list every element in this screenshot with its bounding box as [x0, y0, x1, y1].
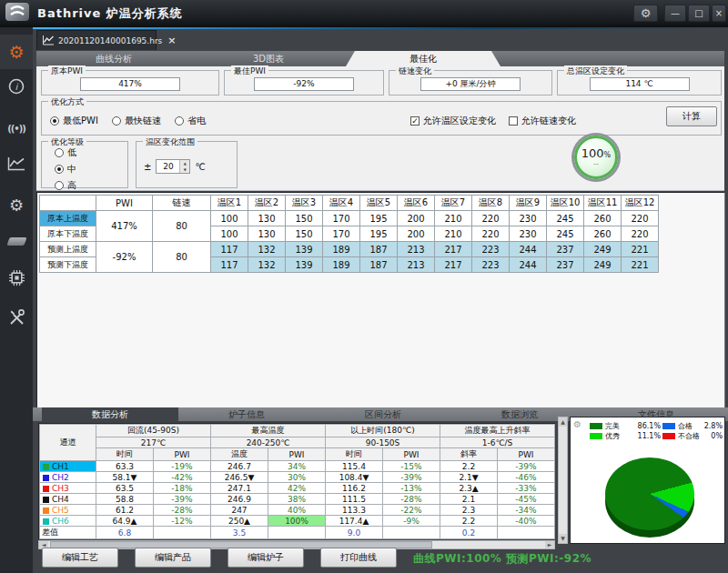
analysis-cell: 250▲ — [211, 516, 268, 527]
zone-column-header: 温区3 — [286, 196, 323, 211]
zone-column-header: 温区12 — [622, 196, 659, 211]
document-close-icon[interactable]: × — [166, 35, 177, 46]
svg-text:i: i — [15, 82, 19, 92]
zone-temp-cell: 195 — [360, 211, 398, 226]
spinner-down-icon[interactable]: ▼ — [180, 166, 189, 173]
channel-cell-ch5[interactable]: CH5 — [40, 505, 96, 516]
title-bar: Bathrive 炉温分析系统 ⚙ — □ × — [0, 0, 728, 27]
level-radio-0[interactable]: 低 — [55, 146, 76, 159]
zone-setting-change-value[interactable]: 114 ℃ — [590, 77, 690, 91]
original-pwi-value[interactable]: 417% — [80, 77, 180, 91]
app-logo-icon — [5, 3, 29, 25]
channel-row: CH561.2-28%24740%113.3-22%2.3-34% — [40, 505, 555, 516]
chip-icon — [8, 269, 25, 290]
mode-radio-2[interactable]: 省电 — [175, 115, 206, 127]
analysis-cell: -12% — [154, 516, 211, 527]
sidebar-item-gear[interactable]: ⚙ — [0, 187, 33, 222]
zone-column-header: 温区11 — [584, 196, 622, 211]
mode-radio-1[interactable]: 最快链速 — [112, 115, 161, 127]
level-radio-label: 高 — [67, 179, 76, 192]
zone-temp-cell: 132 — [248, 257, 286, 273]
spinner-up-icon[interactable]: ▲ — [180, 160, 189, 166]
radio-icon — [55, 148, 64, 157]
legend-label: 优秀 — [605, 431, 620, 441]
titlebar-settings-icon[interactable]: ⚙ — [633, 5, 658, 22]
analysis-subcolumn-header: 时间 — [326, 448, 383, 461]
channel-cell-ch2[interactable]: CH2 — [40, 472, 96, 483]
radio-icon — [175, 116, 184, 126]
scroll-down-icon[interactable]: ▼ — [559, 534, 567, 543]
zone-row-label[interactable]: 预测上温度 — [40, 242, 96, 257]
main-area: 20201120140001695.hrs × 曲线分析3D图表最佳化 总温区设… — [33, 27, 728, 573]
speed-change-value[interactable]: +0 厘米/分钟 — [420, 77, 521, 91]
vertical-scrollbar[interactable]: ▲ ▼ — [558, 417, 568, 544]
sidebar-item-datalogger[interactable] — [0, 223, 33, 257]
zone-temp-cell: 249 — [584, 257, 622, 273]
range-spinner[interactable]: 20 ▲ ▼ — [156, 159, 190, 174]
edit-process-button[interactable]: 编辑工艺 — [42, 548, 118, 568]
edit-product-button[interactable]: 编辑产品 — [135, 548, 211, 568]
main-tab-2[interactable]: 最佳化 — [346, 51, 500, 66]
best-pwi-value[interactable]: -92% — [254, 77, 354, 91]
main-tab-0[interactable]: 曲线分析 — [36, 51, 191, 66]
analysis-group-title: 温度最高上升斜率 — [440, 425, 555, 437]
zone-temp-cell: 200 — [398, 226, 435, 242]
sidebar-item-tools[interactable] — [0, 302, 33, 337]
analysis-subcolumn-header: 斜率 — [440, 448, 498, 461]
legend-value: 11.1% — [638, 432, 661, 440]
document-tab[interactable]: 20201120140001695.hrs × — [36, 30, 157, 50]
checkbox-icon: ✓ — [410, 116, 420, 126]
pie-settings-icon[interactable]: ⚙ — [573, 419, 581, 429]
analysis-table-panel: 通道回流(45-90S)最高温度以上时间(180℃)温度最高上升斜率217℃24… — [38, 423, 555, 539]
channel-cell-ch3[interactable]: CH3 — [40, 483, 96, 494]
analysis-cell: -15% — [383, 461, 440, 472]
difference-row: 差值6.83.59.00.2 — [40, 527, 555, 539]
bottom-tab-1[interactable]: 炉子信息 — [178, 407, 315, 421]
bottom-tab-0[interactable]: 数据分析 — [42, 407, 178, 421]
curve-file-icon — [42, 32, 55, 49]
channel-label: CH2 — [52, 473, 69, 482]
calculate-button[interactable]: 计算 — [666, 106, 717, 126]
zone-temp-cell: 150 — [286, 226, 323, 242]
best-pwi-group: 最佳PWI-92% — [224, 70, 384, 96]
scroll-up-icon[interactable]: ▲ — [559, 417, 567, 427]
close-button[interactable]: × — [712, 5, 726, 22]
level-radio-1[interactable]: 中 — [55, 163, 76, 176]
minimize-button[interactable]: — — [664, 5, 686, 22]
channel-color-icon — [43, 497, 49, 503]
level-radio-2[interactable]: 高 — [55, 179, 76, 192]
bottom-tab-2[interactable]: 区间分析 — [315, 407, 451, 421]
optimize-level-group: 优化等级 低中高 — [41, 141, 128, 188]
zone-row-label[interactable]: 原本上温度 — [40, 211, 96, 226]
radio-icon — [50, 116, 59, 126]
permission-checkbox-0[interactable]: ✓允许温区设定变化 — [410, 115, 496, 127]
permission-checkbox-1[interactable]: 允许链速变化 — [509, 115, 576, 127]
mode-radio-0[interactable]: 最低PWI — [50, 115, 98, 127]
edit-furnace-button[interactable]: 编辑炉子 — [228, 548, 304, 568]
range-value[interactable]: 20 — [157, 160, 179, 173]
channel-cell-ch1[interactable]: CH1 — [40, 461, 96, 472]
main-tab-1[interactable]: 3D图表 — [191, 51, 346, 66]
channel-cell-ch6[interactable]: CH6 — [40, 516, 96, 527]
sidebar-item-wireless-signal[interactable]: ((•)) — [0, 109, 33, 144]
channel-cell-ch4[interactable]: CH4 — [40, 494, 96, 505]
difference-cell — [154, 527, 211, 539]
sidebar-item-settings-gear[interactable]: ⚙ — [0, 35, 33, 69]
zone-row-label[interactable]: 预测下温度 — [40, 257, 96, 273]
analysis-cell: 115.4 — [326, 461, 383, 472]
zone-temp-cell: 220 — [472, 226, 510, 242]
zone-temp-cell: 200 — [398, 211, 435, 226]
mode-radio-label: 省电 — [187, 115, 206, 127]
sidebar-item-info[interactable]: i — [0, 71, 33, 106]
analysis-cell: -19% — [154, 461, 211, 472]
vertical-scroll-track[interactable] — [559, 427, 567, 534]
sidebar-item-chip[interactable] — [0, 262, 33, 297]
zone-temp-cell: 117 — [211, 242, 248, 257]
zone-table-panel: PWI链速温区1温区2温区3温区4温区5温区6温区7温区8温区9温区10温区11… — [36, 192, 725, 411]
maximize-button[interactable]: □ — [688, 5, 710, 22]
print-curve-button[interactable]: 打印曲线 — [320, 548, 397, 568]
scroll-right-icon[interactable]: ► — [545, 541, 554, 548]
zone-row-label[interactable]: 原本下温度 — [40, 226, 96, 242]
sidebar-item-curve-chart[interactable] — [0, 148, 33, 183]
zone-setting-change-label: 总温区设定变化 — [564, 65, 627, 77]
